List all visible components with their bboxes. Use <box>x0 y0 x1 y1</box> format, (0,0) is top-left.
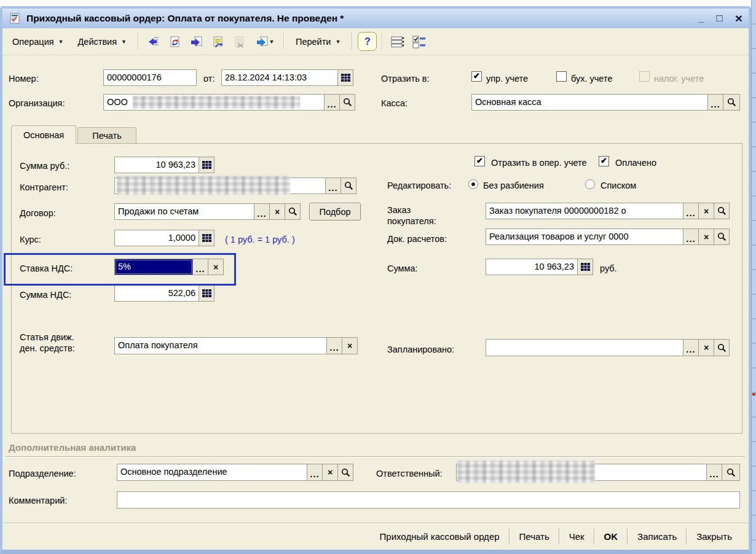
vat-amount-field[interactable]: 522,06 <box>114 285 199 302</box>
checkbox-paid[interactable] <box>599 156 609 166</box>
ellipsis-button[interactable]: ... <box>683 339 699 356</box>
print-order-button[interactable]: Приходный кассовый ордер <box>371 529 509 544</box>
tab-pechat[interactable]: Печать <box>77 127 136 144</box>
organization-label: Организация: <box>9 98 65 109</box>
toolbar-separator <box>283 33 285 50</box>
order-label-line2: покупателя: <box>387 216 436 227</box>
toolbar-separator <box>352 33 353 50</box>
reflect-in-label: Отразить в: <box>381 73 430 84</box>
planned-field[interactable] <box>486 339 683 356</box>
calculator-button[interactable] <box>199 230 215 246</box>
close-form-button[interactable]: Закрыть <box>687 529 741 544</box>
checkbox-upr-uchete-label[interactable]: упр. учете <box>486 73 528 84</box>
search-button[interactable] <box>337 464 353 481</box>
check-button[interactable]: Чек <box>560 529 594 544</box>
form-settings-button[interactable] <box>409 33 429 51</box>
search-button[interactable] <box>341 178 356 194</box>
order-field[interactable]: Заказ покупателя 00000000182 о <box>486 203 683 219</box>
post-document-button[interactable] <box>208 33 228 51</box>
checkbox-buh-uchete-label[interactable]: бух. учете <box>571 73 612 84</box>
cashflow-item-field[interactable]: Оплата покупателя <box>114 337 327 354</box>
close-button[interactable]: × <box>735 13 742 24</box>
clear-button[interactable]: × <box>208 259 224 275</box>
calculator-button[interactable] <box>199 285 215 302</box>
clear-button[interactable]: × <box>698 339 714 356</box>
search-button[interactable] <box>285 203 301 220</box>
date-field[interactable]: 28.12.2024 14:13:03 <box>221 69 338 86</box>
clear-button[interactable]: × <box>269 203 285 220</box>
ellipsis-button[interactable]: ... <box>192 259 208 275</box>
vat-rate-field[interactable]: 5% <box>114 259 193 275</box>
copy-document-button[interactable] <box>187 33 207 51</box>
radio-as-list-label[interactable]: Списком <box>600 180 636 191</box>
ellipsis-button[interactable]: ... <box>683 203 699 219</box>
rate-field[interactable]: 1,0000 <box>114 230 199 246</box>
ellipsis-button[interactable]: ... <box>706 464 722 481</box>
ellipsis-button[interactable]: ... <box>683 228 699 245</box>
magnifier-icon <box>717 343 726 353</box>
search-button[interactable] <box>714 228 730 245</box>
ellipsis-button[interactable]: ... <box>254 203 270 220</box>
podbor-button[interactable]: Подбор <box>309 203 361 220</box>
settlement-doc-field[interactable]: Реализация товаров и услуг 0000 <box>486 228 683 245</box>
order-label-line1: Заказ <box>387 205 411 216</box>
clear-button[interactable]: × <box>342 337 358 354</box>
cashdesk-field[interactable]: Основная касса <box>471 94 708 111</box>
comment-label: Комментарий: <box>9 495 67 506</box>
search-button[interactable] <box>714 339 730 356</box>
checkbox-paid-label[interactable]: Оплачено <box>615 157 656 168</box>
maximize-button[interactable]: □ <box>716 13 722 24</box>
comment-field[interactable] <box>117 491 740 509</box>
ellipsis-button[interactable]: ... <box>324 94 340 111</box>
clear-button[interactable]: × <box>698 203 714 219</box>
search-button[interactable] <box>339 94 355 111</box>
enter-on-basis-button[interactable] <box>144 33 163 51</box>
contract-field[interactable]: Продажи по счетам <box>114 203 254 220</box>
calculator-button[interactable] <box>577 259 593 275</box>
ellipsis-button[interactable]: ... <box>307 464 323 481</box>
save-button[interactable]: Записать <box>628 529 686 544</box>
checkbox-buh-uchete[interactable] <box>556 71 567 82</box>
ellipsis-button[interactable]: ... <box>707 94 723 111</box>
amount-currency-label: руб. <box>600 263 617 274</box>
amount-field[interactable]: 10 963,23 <box>486 259 578 275</box>
operation-menu[interactable]: Операция▼ <box>6 34 70 50</box>
tab-osnovnaya[interactable]: Основная <box>11 125 76 144</box>
checkbox-upr-uchete[interactable] <box>471 71 482 82</box>
search-button[interactable] <box>723 94 740 111</box>
calculator-icon <box>202 289 211 297</box>
amount-rub-field[interactable]: 10 963,23 <box>114 157 199 173</box>
screen: Приходный кассовый ордер: Оплата от поку… <box>0 0 756 554</box>
print-button[interactable]: Печать <box>510 529 559 544</box>
cancel-posting-icon <box>233 35 246 49</box>
department-field[interactable]: Основное подразделение <box>117 464 307 481</box>
calculator-button[interactable] <box>199 157 215 173</box>
ellipsis-button[interactable]: ... <box>326 337 342 354</box>
post-and-close-button[interactable]: ▼ <box>251 33 278 51</box>
magnifier-icon <box>344 181 353 190</box>
clear-button[interactable]: × <box>322 464 338 481</box>
responsible-label: Ответственный: <box>376 468 443 479</box>
search-button[interactable] <box>714 203 730 219</box>
goto-menu[interactable]: Перейти▼ <box>289 34 347 50</box>
reread-button[interactable] <box>165 33 185 51</box>
chevron-down-icon: ▼ <box>121 39 127 45</box>
department-label: Подразделение: <box>9 468 76 479</box>
calendar-button[interactable] <box>337 69 353 86</box>
number-field[interactable]: 00000000176 <box>103 69 197 86</box>
minimize-button[interactable]: _ <box>698 13 704 24</box>
settlement-doc-label: Док. расчетов: <box>387 233 447 244</box>
ellipsis-button[interactable]: ... <box>325 178 341 194</box>
checkbox-reflect-oper-label[interactable]: Отразить в опер. учете <box>491 157 587 168</box>
ok-button[interactable]: OK <box>595 529 628 544</box>
help-button[interactable]: ? <box>358 32 377 51</box>
radio-no-split[interactable] <box>468 179 478 189</box>
radio-as-list[interactable] <box>585 179 595 189</box>
document-arrow-icon <box>190 35 203 49</box>
checkbox-reflect-oper[interactable] <box>474 156 485 166</box>
search-button[interactable] <box>722 464 740 481</box>
list-settings-button[interactable] <box>388 33 408 51</box>
radio-no-split-label[interactable]: Без разбиения <box>483 180 544 191</box>
actions-menu[interactable]: Действия▼ <box>72 34 133 50</box>
clear-button[interactable]: × <box>698 228 714 245</box>
